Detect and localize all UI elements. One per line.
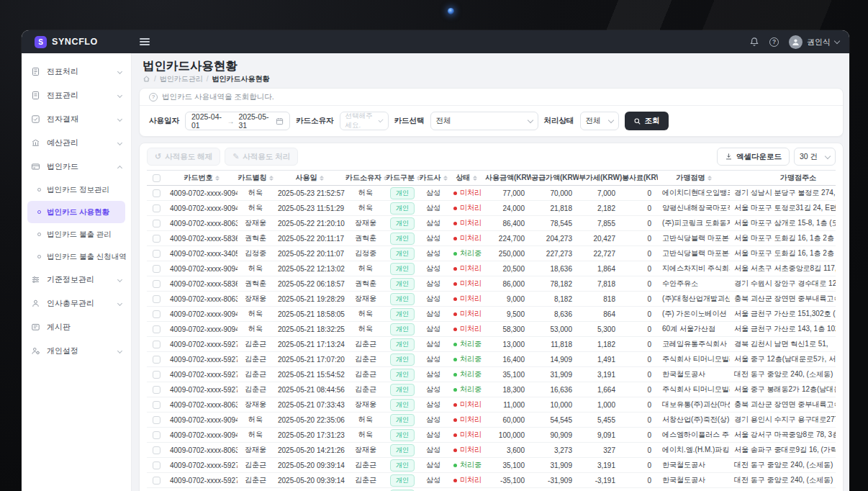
cell: (주)피코링크 도화동지니 [658, 216, 730, 231]
mark-private-use-button[interactable]: ✎ 사적용도 처리 [225, 148, 298, 166]
search-button[interactable]: 조회 [625, 112, 669, 130]
help-icon[interactable]: ? [769, 37, 779, 47]
sort-icon[interactable] [269, 176, 273, 181]
row-checkbox[interactable] [153, 401, 161, 409]
cell: 3,273 [531, 443, 579, 458]
row-checkbox[interactable] [153, 416, 161, 424]
row-checkbox[interactable] [153, 477, 161, 485]
sidebar-subitem[interactable]: 법인카드 불출 신청내역 [27, 246, 125, 268]
column-header-9[interactable]: 부가세(KRW) [579, 171, 622, 186]
personal-settings-icon [31, 346, 40, 356]
cell: 5,300 [579, 322, 622, 337]
owner-select[interactable]: 선택해주세요. [340, 112, 389, 130]
sidebar-item-0[interactable]: 전표처리 [22, 60, 131, 84]
column-header-3[interactable]: 카드소유자 [345, 171, 386, 186]
row-checkbox-cell [147, 261, 166, 276]
column-header-2[interactable]: 사용일 [273, 171, 345, 186]
column-header-0[interactable]: 카드번호 [166, 171, 238, 186]
hamburger-menu-icon[interactable] [140, 37, 150, 47]
row-checkbox[interactable] [153, 386, 161, 394]
sidebar-item-3[interactable]: 예산관리 [22, 131, 131, 155]
sidebar-item-1[interactable]: 전표관리 [22, 84, 131, 107]
status-select-value: 전체 [586, 116, 601, 126]
row-checkbox[interactable] [153, 235, 161, 243]
sort-icon[interactable] [215, 176, 220, 181]
row-checkbox[interactable] [153, 356, 161, 364]
sort-icon[interactable] [473, 176, 477, 181]
row-checkbox[interactable] [153, 220, 161, 228]
status-dot-icon [453, 388, 457, 392]
chevron-down-icon [834, 37, 840, 43]
cell: 삼성 [419, 488, 448, 491]
cell: 327 [579, 443, 622, 458]
excel-download-button[interactable]: 엑셀다운로드 [717, 148, 790, 166]
sidebar-item-2[interactable]: 전자결재 [22, 107, 131, 131]
breadcrumb-parent[interactable]: 법인카드관리 [160, 74, 203, 84]
date-range-input[interactable]: 2025-04-01 → 2025-05-31 [185, 112, 290, 130]
column-header-1[interactable]: 카드별칭 [238, 171, 273, 186]
cell: 0 [622, 443, 658, 458]
cell: 2025-05-20 22:35:06 [273, 413, 345, 428]
row-checkbox[interactable] [153, 431, 161, 439]
sidebar-item-5[interactable]: 기준정보관리 [22, 268, 131, 292]
row-checkbox[interactable] [153, 341, 161, 348]
column-header-8[interactable]: 공급가액(KRW) [531, 171, 579, 186]
page-size-select[interactable]: 30 건 [794, 148, 836, 166]
cell: 4009-0702-xxxx-5927 [166, 458, 238, 473]
user-menu[interactable]: 권인식 [789, 35, 839, 49]
column-header-6[interactable]: 상태 [448, 171, 485, 186]
home-icon[interactable] [143, 75, 150, 83]
cell: 53,000 [531, 322, 579, 337]
select-all-checkbox[interactable] [153, 174, 161, 182]
cell: 2025-05-21 18:32:25 [273, 322, 345, 337]
card-select[interactable]: 전체 [430, 112, 538, 130]
status-select[interactable]: 전체 [580, 112, 619, 130]
row-checkbox[interactable] [153, 265, 161, 273]
cell: 에스엠하이플러스 주식회사 [658, 428, 730, 443]
clear-private-use-button[interactable]: ↺ 사적용도 해제 [147, 148, 220, 166]
sidebar-subitem[interactable]: 법인카드 불출 관리 [27, 223, 125, 246]
row-checkbox[interactable] [153, 295, 161, 303]
status-dot-icon [453, 207, 457, 210]
sort-icon[interactable] [443, 176, 448, 181]
row-checkbox[interactable] [153, 204, 161, 212]
cell: 4009-0702-xxxx-8063 [166, 292, 238, 307]
row-checkbox[interactable] [153, 310, 161, 318]
row-checkbox[interactable] [153, 250, 161, 258]
main-content: 법인카드사용현황 / 법인카드관리 / 법인카드사용현황 ? 법인카드 사용내역… [132, 53, 849, 491]
bell-icon[interactable] [749, 37, 759, 47]
row-checkbox[interactable] [153, 280, 161, 288]
cell: 2025-05-20 09:04:21 [273, 488, 345, 491]
sidebar-subitem[interactable]: 법인카드 사용현황 [27, 201, 125, 223]
row-checkbox-cell [147, 397, 166, 413]
cell: 16,636 [531, 382, 579, 397]
table-row: 4009-0702-xxxx-9094허욱2025-05-22 12:13:02… [147, 261, 836, 276]
sort-icon[interactable] [707, 176, 712, 181]
sidebar-item-8[interactable]: 개인설정 [22, 339, 131, 363]
breadcrumb-current: 법인카드사용현황 [212, 74, 270, 84]
row-checkbox[interactable] [153, 371, 161, 379]
sidebar-item-6[interactable]: 인사총무관리 [22, 292, 131, 315]
cell-status: 처리중 [448, 488, 485, 491]
cell: 삼성 [419, 382, 448, 397]
row-checkbox-cell [147, 428, 166, 443]
cell-status: 처리중 [448, 382, 485, 397]
column-header-11[interactable]: 가맹점명 [658, 171, 730, 186]
row-checkbox[interactable] [153, 189, 161, 197]
cell: 경기 성남시 분당구 불정로 274, (수내동, 수내동 주유소) [730, 186, 836, 201]
cell: 서울 서초구 서초중앙로8길 117, 2층 (서초동) [730, 261, 836, 276]
column-header-10[interactable]: 봉사료(KRW) [622, 171, 658, 186]
sidebar-subitem[interactable]: 법인카드 정보관리 [27, 179, 125, 201]
sort-icon[interactable] [320, 176, 324, 181]
column-header-4[interactable]: 카드구분 [386, 171, 419, 186]
sidebar-item-7[interactable]: 게시판 [22, 315, 131, 339]
column-header-7[interactable]: 사용금액(KRW) [485, 171, 531, 186]
row-checkbox[interactable] [153, 461, 161, 469]
cell: 허욱 [345, 413, 386, 428]
row-checkbox[interactable] [153, 446, 161, 454]
column-header-5[interactable]: 카드사 [419, 171, 448, 186]
cell: 4009-0702-xxxx-5927 [166, 473, 238, 488]
row-checkbox[interactable] [153, 325, 161, 333]
sidebar-item-4[interactable]: 법인카드 [22, 155, 131, 179]
cell: 허욱 [238, 261, 273, 276]
